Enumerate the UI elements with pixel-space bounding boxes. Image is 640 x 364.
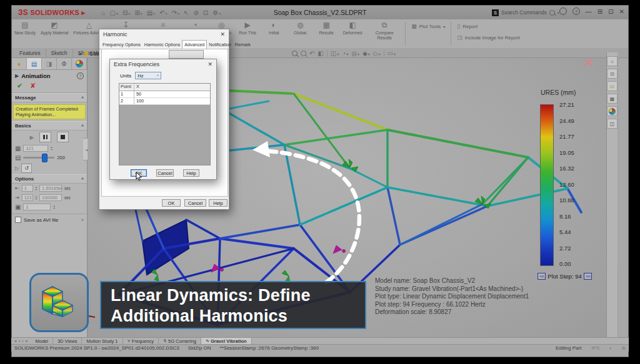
extra-freq-help-button[interactable]: Help [183,169,199,177]
print-icon[interactable]: ▤ [147,9,155,16]
ribbon-deformed[interactable]: ◧Deformed [339,19,366,48]
slider-thumb[interactable] [42,154,48,162]
property-manager-tab[interactable]: ▤ [27,58,42,69]
end-frame-field[interactable]: 121 [22,194,33,201]
flyout-feature-tree[interactable]: ▶ ⬢ Soap Box Chassis_V2 [79,49,99,58]
design-tree-tab[interactable]: ♦ [12,58,27,69]
tab-3d-views[interactable]: 3D Views [53,338,82,344]
frame-counter-spinner[interactable]: ▴▾ [51,146,52,151]
ribbon-results[interactable]: ▦Results [313,19,339,48]
table-row[interactable]: 1 50 [119,91,210,98]
panel-help-icon[interactable]: ? [77,72,84,79]
tab-notification[interactable]: Notification [207,41,233,49]
ribbon-compare-results[interactable]: ⧉Compare Results [366,19,403,48]
tab-gravel-vibration[interactable]: ∿Gravel Vibration [201,338,252,344]
open-icon[interactable]: ⊟ [122,9,130,16]
status-units[interactable]: IPS [591,345,599,351]
units-dropdown-caret[interactable]: ▾ [609,346,611,350]
tab-sketch[interactable]: Sketch [46,49,73,57]
plot-tools-button[interactable]: ▩Plot Tools▾ [411,22,445,31]
view-orientation-icon[interactable]: ◫ [331,50,339,57]
undo-icon[interactable]: ↶ [159,9,167,16]
zoom-area-icon[interactable] [301,51,306,56]
plot-step-next-button[interactable]: >> [584,273,592,280]
select-icon[interactable]: ↖ [184,9,189,16]
start-time-field[interactable]: 1.59165e- [39,185,62,192]
table-row[interactable]: 2 100 [119,98,210,105]
start-frame-field[interactable]: 1 [22,185,33,192]
options-section-header[interactable]: Options [15,176,34,182]
ribbon-new-study[interactable]: ▤New Study [12,19,38,48]
previous-view-icon[interactable]: ↶ [309,50,314,57]
report-button[interactable]: ▯Report [457,22,520,31]
frames-spinner[interactable]: ▴▾ [53,205,54,210]
globe-icon[interactable]: ⊕ [621,345,626,351]
display-style-icon[interactable]: ◔ [342,50,348,57]
confirm-check-icon[interactable]: ✔ [17,82,22,90]
ribbon-global[interactable]: ◍Global [287,19,313,48]
play-button[interactable]: ▶ [30,134,34,140]
save-icon[interactable]: ⊞ [134,9,142,16]
tab-advanced[interactable]: Advanced [182,40,207,49]
taskpane-color-wheel-icon[interactable] [607,106,618,116]
scene-icon[interactable]: ◇ [373,50,381,57]
tab-frequency-options[interactable]: Frequency Options [101,41,142,49]
tab-remark[interactable]: Remark [233,41,252,49]
tab-model[interactable]: Model [31,338,53,344]
speed-slider[interactable] [23,157,54,159]
close-button[interactable]: ✕ [619,8,624,15]
view-settings-icon[interactable]: ▭ [388,50,396,57]
section-view-icon[interactable]: ◧ [318,50,323,57]
tab-frequency[interactable]: ⋎Frequency [123,338,159,344]
units-dropdown[interactable]: Hz˅ [135,72,161,79]
configuration-manager-tab[interactable]: ◨ [42,58,57,69]
harmonic-ok-button[interactable]: OK [162,199,181,207]
attach-icon[interactable]: ⊘ [193,9,198,16]
frame-counter-field[interactable]: 121 [23,145,48,152]
plot-step-prev-button[interactable]: << [538,273,546,280]
tab-harmonic-options[interactable]: Harmonic Options [142,41,182,49]
extra-frequencies-titlebar[interactable]: Extra Frequencies ✕ [110,59,216,69]
search-icon[interactable] [549,10,555,16]
frames-field[interactable]: 1 [23,204,51,210]
rebuild-icon[interactable]: ⊡ [203,9,208,16]
help-icon[interactable]: ? [572,7,580,15]
harmonic-dialog-titlebar[interactable]: Harmonic ✕ [99,29,229,39]
basics-section-header[interactable]: Basics [15,123,31,129]
taskpane-appearances-icon[interactable]: ▦ [607,94,618,104]
harmonic-hidden-combo[interactable] [169,50,204,59]
frequencies-table[interactable]: Point: X 1 50 2 100 [119,83,211,165]
pause-button[interactable] [39,132,51,142]
taskpane-design-library-icon[interactable]: ⊡ [607,69,618,79]
message-section-header[interactable]: Message [15,95,36,101]
taskpane-custom-properties-icon[interactable]: ◫ [607,119,618,129]
dimxpert-tab[interactable]: Φ [57,58,72,69]
maximize-button[interactable]: ⊞ [598,8,602,15]
tab-features[interactable]: Features [14,49,46,57]
include-image-button[interactable]: ◳Include Image for Report [457,34,520,42]
minimize-button[interactable]: — [586,8,592,15]
taskpane-home-icon[interactable]: ⌂ [607,56,618,66]
end-time-field[interactable]: 100000 [39,194,62,201]
save-avi-checkbox[interactable] [15,217,21,223]
stop-button[interactable] [57,132,69,142]
new-document-icon[interactable]: ▢ [110,9,118,16]
extra-frequencies-close-icon[interactable]: ✕ [208,61,212,67]
harmonic-close-icon[interactable]: ✕ [220,31,225,37]
cancel-x-icon[interactable]: ✘ [30,82,36,90]
extra-freq-cancel-button[interactable]: Cancel [156,169,174,177]
restore-button[interactable]: ⊡ [608,8,613,15]
ribbon-apply-material[interactable]: ◩Apply Material [38,19,71,48]
zoom-fit-icon[interactable] [292,51,298,56]
taskpane-file-explorer-icon[interactable]: ▭ [607,81,618,91]
loop-button[interactable]: ↺ [21,164,32,173]
home-icon[interactable]: ⌂ [101,9,105,16]
display-manager-tab[interactable] [72,58,87,69]
redo-icon[interactable]: ↷ [172,9,179,16]
edit-appearance-icon[interactable]: ◆ [362,50,370,57]
ribbon-initial[interactable]: ◐Initial [261,19,287,48]
tab-5g-cornering[interactable]: ↯5G Cornering [159,338,201,344]
tab-scroll-buttons[interactable]: «‹›» [11,339,31,343]
harmonic-help-button[interactable]: Help [209,199,228,207]
harmonic-cancel-button[interactable]: Cancel [184,199,206,207]
